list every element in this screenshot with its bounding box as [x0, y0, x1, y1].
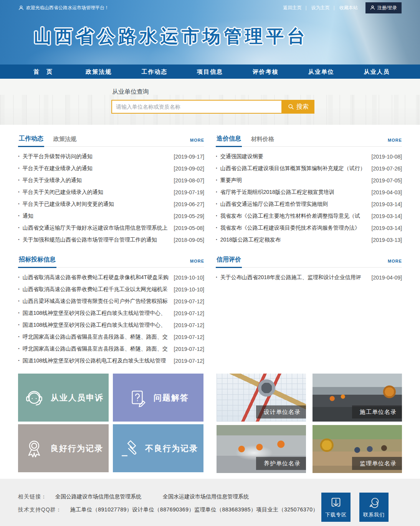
photo-caption[interactable]: 设计单位名录	[256, 405, 306, 418]
photo-supervision-units[interactable]: 监理单位名录	[313, 425, 402, 473]
panel-cost-info: 造价信息 材料价格 MORE 交通强国建设纲要 [2019-10-08] 山西省…	[216, 135, 402, 246]
tab-work-news[interactable]: 工作动态	[18, 135, 44, 147]
panel-work-news: 工作动态 政策法规 MORE 关于平台升级暂停访问的通知 [2019-09-17…	[18, 135, 204, 246]
list-item[interactable]: 关于加强和规范山西省公路市场管理平台管理工作的通知 [2018-09-05]	[18, 234, 204, 246]
news-date: [2018-09-05]	[174, 237, 204, 243]
list-item[interactable]: 交通强国建设纲要 [2019-10-08]	[216, 151, 402, 162]
news-date: [2019-09-17]	[174, 154, 204, 160]
photo-design-units[interactable]: 设计单位名录	[217, 374, 306, 422]
nav-item[interactable]: 评价考核	[238, 65, 293, 79]
more-link-bidding[interactable]: MORE	[190, 259, 204, 267]
topbar: 欢迎光临山西省公路水运市场管理平台！ 返回主页设为主页收藏本站 注册/登录	[0, 0, 420, 15]
news-date: [2019-03-14]	[372, 201, 402, 207]
list-item[interactable]: 重要声明 [2019-07-05]	[216, 174, 402, 186]
list-item[interactable]: 关于公布山西省2018年度公路施工、监理和设计企业信用评 [2019-04-09…	[216, 271, 402, 283]
news-title[interactable]: 国道108线神堂堡至砂河段公路机电工程及白坡头主线站管理	[18, 357, 171, 364]
tab-cost-info[interactable]: 造价信息	[216, 135, 242, 147]
news-title[interactable]: 通知	[18, 213, 171, 220]
list-item[interactable]: 山西省交通运输厅关于做好水运建设市场信用信息管理系统上 [2019-05-08]	[18, 222, 204, 234]
list-item[interactable]: 2018版公路工程定额发布 [2019-03-13]	[216, 234, 402, 246]
news-title[interactable]: 平台关于在建业绩录入的通知	[18, 165, 171, 172]
news-title[interactable]: 平台关于关闭已建业绩录入的通知	[18, 189, 171, 196]
news-title[interactable]: 国道108线神堂堡至砂河段公路工程白坡头主线站管理中心、	[18, 322, 171, 329]
nav-item[interactable]: 政策法规	[71, 65, 127, 79]
tile-qa[interactable]: 问题解答	[113, 374, 203, 422]
list-item[interactable]: 平台关于业绩录入的通知 [2019-08-07]	[18, 174, 204, 186]
news-title[interactable]: 山西省公路工程建设项目估算概算预算编制补充规定（试行）	[216, 165, 369, 172]
tab-credit[interactable]: 信用评价	[216, 256, 242, 268]
news-title[interactable]: 我省发布《公路工程建设项目委托技术咨询服务管理办法》	[216, 225, 369, 232]
list-item[interactable]: 通知 [2019-05-29]	[18, 210, 204, 222]
news-title[interactable]: 平台关于业绩录入的通知	[18, 177, 171, 184]
news-title[interactable]: 呼北国家高速公路山西省隰县至吉县段路基、桥隧、路面、交	[18, 334, 171, 341]
list-item[interactable]: 国道108线神堂堡至砂河段公路机电工程及白坡头主线站管理 [2019-07-12…	[18, 355, 204, 367]
more-link-cost[interactable]: MORE	[388, 138, 402, 146]
nav-item[interactable]: 从业人员	[349, 65, 405, 79]
news-title[interactable]: 关于公布山西省2018年度公路施工、监理和设计企业信用评	[216, 274, 369, 281]
tile-personnel-appeal[interactable]: 从业人员申诉	[18, 374, 109, 422]
nav-item[interactable]: 项目信息	[182, 65, 238, 79]
news-title[interactable]: 山西省交通运输厅公路工程造价管理实施细则	[216, 201, 369, 208]
list-item[interactable]: 平台关于已建业绩录入时间变更的通知 [2019-06-27]	[18, 198, 204, 210]
photo-caption[interactable]: 施工单位名录	[352, 405, 402, 418]
list-item[interactable]: 我省发布《公路工程建设项目委托技术咨询服务管理办法》 [2019-03-14]	[216, 222, 402, 234]
news-title[interactable]: 平台关于已建业绩录入时间变更的通知	[18, 201, 171, 208]
more-link-work[interactable]: MORE	[190, 138, 204, 146]
list-item[interactable]: 山西省取消高速公路省界收费站工程硬盘录像机和4T硬盘采购 [2019-10-10…	[18, 271, 204, 283]
tile-label: 问题解答	[154, 392, 189, 403]
news-title[interactable]: 山西省取消高速公路省界收费站工程硬盘录像机和4T硬盘采购	[18, 274, 171, 281]
list-item[interactable]: 国道108线神堂堡至砂河段公路工程白坡头主线站管理中心、 [2019-07-12…	[18, 307, 204, 319]
more-link-credit[interactable]: MORE	[388, 259, 402, 267]
list-item[interactable]: 国道108线神堂堡至砂河段公路工程白坡头主线站管理中心、 [2019-07-12…	[18, 319, 204, 331]
list-item[interactable]: 山西省取消高速公路省界收费站工程千兆工业以太网光端机采 [2019-10-10]	[18, 283, 204, 295]
contact-us-button[interactable]: 联系我们	[359, 493, 389, 522]
download-zone-button[interactable]: 下载专区	[321, 493, 351, 522]
footer-link[interactable]: 全国水运建设市场信用信息管理系统	[163, 493, 249, 500]
news-title[interactable]: 山西省交通运输厅关于做好水运建设市场信用信息管理系统上	[18, 225, 171, 232]
login-button[interactable]: 注册/登录	[365, 2, 402, 13]
tile-bad-record[interactable]: 不良行为记录	[113, 424, 203, 472]
photo-construction-units[interactable]: 施工单位名录	[313, 374, 402, 422]
nav-item[interactable]: 从业单位	[293, 65, 349, 79]
search-button[interactable]: 搜索	[282, 100, 314, 114]
list-item[interactable]: 呼北国家高速公路山西省隰县至吉县段路基、桥隧、路面、交 [2019-07-12]	[18, 343, 204, 355]
news-title[interactable]: 2018版公路工程定额发布	[216, 237, 369, 243]
list-item[interactable]: 关于平台升级暂停访问的通知 [2019-09-17]	[18, 151, 204, 162]
topbar-link[interactable]: 返回主页	[281, 5, 309, 11]
search-input[interactable]	[111, 100, 282, 114]
photo-caption[interactable]: 养护单位名录	[256, 457, 306, 470]
question-icon	[127, 387, 148, 408]
news-title[interactable]: 国道108线神堂堡至砂河段公路工程白坡头主线站管理中心、	[18, 310, 171, 317]
welcome-text: 欢迎光临山西省公路水运市场管理平台！	[26, 5, 109, 11]
tile-good-record[interactable]: 良好行为记录	[18, 424, 109, 472]
footer-link[interactable]: 全国公路建设市场信用信息管理系统	[55, 493, 141, 500]
list-item[interactable]: 山西吕梁环城高速公路管理有限责任公司户外广告经营权招标 [2019-07-12]	[18, 295, 204, 307]
news-title[interactable]: 关于加强和规范山西省公路市场管理平台管理工作的通知	[18, 237, 171, 243]
list-item[interactable]: 平台关于在建业绩录入的通知 [2019-09-02]	[18, 162, 204, 174]
tab-material-price[interactable]: 材料价格	[250, 136, 275, 146]
news-date: [2019-03-13]	[372, 237, 402, 243]
search-icon	[288, 104, 294, 110]
news-title[interactable]: 重要声明	[216, 177, 369, 184]
photo-caption[interactable]: 监理单位名录	[352, 457, 402, 470]
news-title[interactable]: 我省发布《公路工程主要地方性材料价差调整指导意见（试	[216, 213, 369, 220]
photo-maintenance-units[interactable]: 养护单位名录	[217, 425, 306, 473]
list-item[interactable]: 山西省公路工程建设项目估算概算预算编制补充规定（试行） [2019-07-26]	[216, 162, 402, 174]
news-title[interactable]: 山西省取消高速公路省界收费站工程千兆工业以太网光端机采	[18, 286, 171, 293]
nav-item[interactable]: 工作动态	[127, 65, 182, 79]
list-item[interactable]: 呼北国家高速公路山西省隰县至吉县段路基、桥隧、路面、交 [2019-07-12]	[18, 331, 204, 343]
nav-item[interactable]: 首 页	[15, 65, 71, 79]
list-item[interactable]: 山西省交通运输厅公路工程造价管理实施细则 [2019-03-14]	[216, 198, 402, 210]
news-title[interactable]: 呼北国家高速公路山西省隰县至吉县段路基、桥隧、路面、交	[18, 346, 171, 352]
list-item[interactable]: 我省发布《公路工程主要地方性材料价差调整指导意见（试 [2019-03-14]	[216, 210, 402, 222]
news-title[interactable]: 山西吕梁环城高速公路管理有限责任公司户外广告经营权招标	[18, 298, 171, 305]
list-item[interactable]: 平台关于关闭已建业绩录入的通知 [2019-07-19]	[18, 186, 204, 198]
list-item[interactable]: 省厅将于近期组织2018版公路工程定额宣贯培训 [2019-04-03]	[216, 186, 402, 198]
topbar-link[interactable]: 收藏本站	[337, 5, 360, 11]
tab-policy[interactable]: 政策法规	[53, 136, 77, 146]
news-title[interactable]: 关于平台升级暂停访问的通知	[18, 153, 171, 160]
tab-bidding[interactable]: 招标投标信息	[18, 256, 56, 268]
topbar-link[interactable]: 设为主页	[309, 5, 337, 11]
news-title[interactable]: 省厅将于近期组织2018版公路工程定额宣贯培训	[216, 189, 369, 196]
news-title[interactable]: 交通强国建设纲要	[216, 153, 369, 160]
